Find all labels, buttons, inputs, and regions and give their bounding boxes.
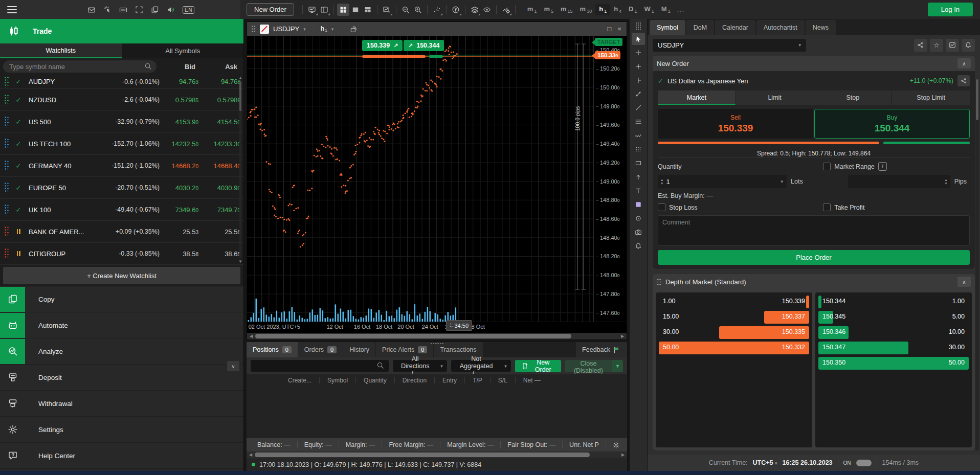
dom-bid-row[interactable]: 15.00150.337 [659, 311, 809, 324]
chevron-down-icon[interactable]: ▾ [781, 179, 787, 184]
share-icon[interactable] [957, 75, 970, 86]
timeframe-h1[interactable]: h1 [595, 4, 610, 15]
time-axis[interactable]: 34:50 02 Oct 2023, UTC+512 Oct16 Oct18 O… [247, 322, 627, 333]
tab-dom[interactable]: DoM [686, 20, 714, 35]
close-options-dropdown[interactable]: ▼ [612, 360, 623, 372]
watchlist-row-germany-40[interactable]: ✓GERMANY 40-151.20 (-1.02%)14668.2014668… [0, 155, 243, 177]
favorite-star-icon[interactable]: ☆ [930, 39, 943, 52]
menu-expand-chevron-icon[interactable]: ∨ [227, 361, 239, 371]
order-type-stop-limit[interactable]: Stop Limit [892, 91, 970, 105]
scroll-right-icon[interactable]: ▶ [620, 453, 626, 457]
scroll-left-icon[interactable]: ◀ [248, 453, 254, 457]
symbol-select-dropdown[interactable]: USDJPY▾ [653, 39, 806, 52]
fibonacci-icon[interactable] [450, 4, 462, 16]
equidistant-lines-tool-icon[interactable] [632, 116, 645, 128]
place-order-button[interactable]: Place Order [658, 250, 970, 265]
fullscreen-icon[interactable] [133, 4, 145, 16]
watchlist-row-citigroup[interactable]: CITIGROUP-0.33 (-0.85%)38.5838.65 [0, 243, 243, 265]
dom-bid-row[interactable]: 1.00150.339 [659, 296, 809, 308]
info-icon[interactable]: i [878, 162, 887, 171]
tab-symbol[interactable]: Symbol [650, 20, 685, 35]
buy-button[interactable]: Buy 150.344 [814, 109, 970, 139]
timeframe-m1[interactable]: m1 [524, 4, 541, 15]
order-type-stop[interactable]: Stop [814, 91, 892, 105]
sidebar-item-copy[interactable]: Copy [0, 286, 243, 312]
ask-price[interactable]: 4154.50 [202, 118, 243, 126]
zoom-out-icon[interactable] [399, 4, 412, 16]
screenshot-tool-icon[interactable] [632, 226, 645, 238]
chart-horizontal-scrollbar[interactable]: ◀ ▶ [247, 333, 627, 340]
tab-autochartist[interactable]: Autochartist [756, 20, 805, 35]
sell-price-badge[interactable]: 150.339↗ [362, 40, 403, 51]
scroll-left-icon[interactable]: ◀ [248, 334, 254, 338]
timeframe-m15[interactable]: m15 [557, 4, 576, 15]
new-order-button[interactable]: New Order [247, 3, 294, 16]
text-tool-icon[interactable] [632, 185, 645, 197]
bid-price[interactable]: 7349.60 [160, 206, 202, 214]
pattern-dots-tool-icon[interactable] [632, 143, 645, 155]
chart-drag-handle-icon[interactable] [251, 25, 256, 33]
trendline-tool-icon[interactable] [632, 88, 645, 100]
keyboard-icon[interactable] [117, 4, 129, 16]
sidebar-item-settings[interactable]: Settings [0, 417, 243, 443]
alerts-tool-icon[interactable] [632, 240, 645, 252]
market-range-pips-input[interactable]: ▲▼ [848, 175, 950, 188]
positions-scrollbar[interactable]: ◀ ▶ [247, 451, 627, 458]
sell-button[interactable]: Sell 150.339 [658, 109, 813, 139]
bid-price[interactable]: 38.58 [160, 250, 202, 258]
drag-handle-icon[interactable] [4, 248, 9, 259]
drag-handle-icon[interactable] [4, 94, 9, 105]
main-menu-icon[interactable] [0, 6, 24, 14]
add-chart-icon[interactable] [381, 4, 393, 16]
half-crosshair-tool-icon[interactable] [632, 74, 645, 86]
on-toggle[interactable] [856, 460, 872, 466]
panel-resize-handle[interactable] [430, 343, 443, 345]
watchlist-row-us-500[interactable]: ✓US 500-32.90 (-0.79%)4153.904154.50 [0, 111, 243, 133]
dot-chart-type-icon[interactable] [431, 4, 443, 16]
ray-tool-icon[interactable] [632, 102, 645, 114]
watchlist-scrollbar[interactable]: ▲▼ [238, 76, 243, 264]
drag-handle-icon[interactable] [4, 116, 9, 127]
split-view-icon[interactable] [362, 4, 374, 16]
share-icon[interactable] [914, 39, 927, 52]
watchlist-row-uk-100[interactable]: ✓UK 100-49.40 (-0.67%)7349.607349.70 [0, 199, 243, 221]
collapse-panel-icon[interactable]: ∧ [957, 277, 971, 287]
close-positions-button[interactable]: Close (Disabled) [565, 360, 612, 372]
positions-search-input[interactable] [251, 360, 389, 372]
drag-handle-icon[interactable] [635, 22, 641, 30]
watchlist-row-us-tech-100[interactable]: ✓US TECH 100-152.70 (-1.06%)14232.501423… [0, 133, 243, 155]
right-panel-scrollbar[interactable] [975, 79, 979, 450]
chevron-down-icon[interactable]: ▾ [303, 27, 306, 32]
layers-icon[interactable] [469, 4, 481, 16]
login-button[interactable]: Log In [928, 3, 973, 16]
buy-price-badge[interactable]: ↗150.344 [404, 40, 444, 51]
price-axis[interactable]: TARGET 150.339 150.400150.200150.000149.… [593, 36, 627, 322]
sidebar-item-analyze[interactable]: Analyze [0, 338, 243, 365]
chevron-down-icon[interactable]: ▾ [331, 27, 334, 32]
cursor-click-icon[interactable] [101, 4, 114, 16]
dom-bid-row[interactable]: 30.00150.335 [659, 326, 809, 339]
popout-chart-icon[interactable] [348, 24, 359, 34]
bid-price[interactable]: 14232.50 [160, 140, 202, 148]
create-watchlist-button[interactable]: + Create New Watchlist [3, 267, 240, 284]
ask-price[interactable]: 38.65 [202, 250, 243, 258]
chart-plot[interactable]: 150.339↗ ↗150.344 100.0 pips [247, 36, 593, 322]
tab-all-symbols[interactable]: All Symbols [122, 43, 244, 58]
watchlist-row-bank-of-amer-[interactable]: BANK OF AMER...+0.09 (+0.35%)25.5325.58 [0, 221, 243, 243]
sidebar-item-help-center[interactable]: Help Center [0, 443, 243, 469]
scrollbar-thumb[interactable] [255, 453, 590, 457]
dom-ask-row[interactable]: 150.3441.00 [818, 296, 969, 308]
tab-watchlists[interactable]: Watchlists [0, 43, 122, 58]
chart-type-icon[interactable] [260, 25, 269, 34]
tab-calendar[interactable]: Calendar [715, 20, 755, 35]
drag-handle-icon[interactable] [4, 160, 9, 171]
mail-icon[interactable] [85, 4, 98, 16]
timeframe-D1[interactable]: D1 [625, 4, 640, 15]
rectangle-tool-icon[interactable] [632, 157, 645, 169]
stepper-arrows-icon[interactable]: ▲▼ [658, 178, 666, 185]
new-order-button[interactable]: New Order [515, 360, 561, 372]
quantity-stepper[interactable]: ▲▼ 1 ▾ [658, 175, 787, 188]
stepper-arrows-icon[interactable]: ▲▼ [942, 178, 950, 185]
bid-price[interactable]: 0.57985 [160, 96, 202, 104]
dom-ask-row[interactable]: 150.34730.00 [818, 342, 969, 354]
